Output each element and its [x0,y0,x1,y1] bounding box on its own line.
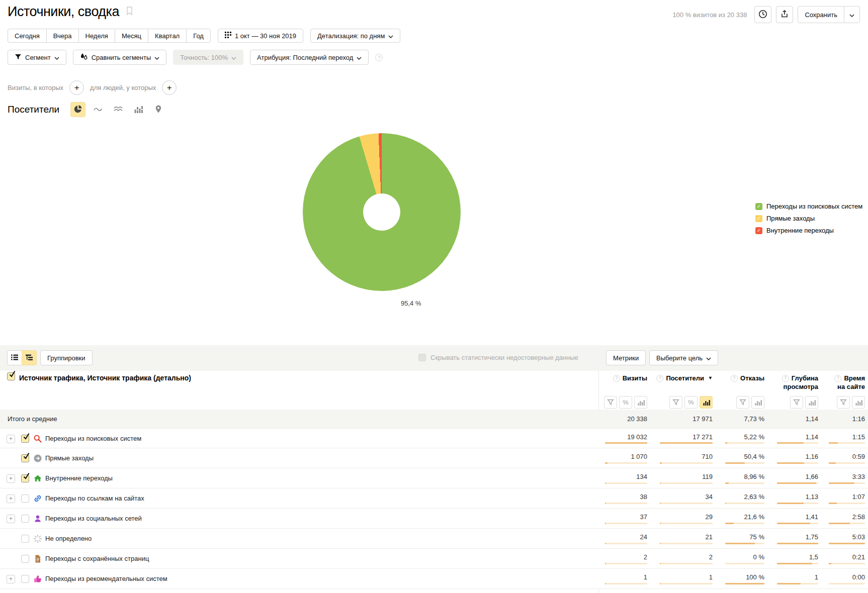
period-button-1[interactable]: Сегодня [8,29,47,43]
bars-mode-button[interactable] [805,396,818,409]
period-button-2[interactable]: Вчера [46,29,79,43]
save-button[interactable]: Сохранить [798,6,844,23]
cell-bar [777,462,818,464]
compare-segments-dropdown[interactable]: Сравнить сегменты [73,50,167,65]
add-visit-condition-button[interactable]: + [69,80,84,95]
row-checkbox[interactable] [21,535,29,543]
chevron-down-icon [388,32,393,40]
bars-mode-button[interactable] [852,396,865,409]
percent-mode-button[interactable]: % [619,396,632,409]
row-label[interactable]: Переходы из социальных сетей [45,509,142,529]
accuracy-dropdown[interactable]: Точность: 100% [173,50,243,65]
row-checkbox[interactable] [21,575,29,583]
history-clock-button[interactable] [754,6,771,23]
legend-checkbox-icon[interactable]: ✓ [755,203,762,210]
hide-unreliable-checkbox[interactable] [418,354,426,361]
column-header-5[interactable]: ?Времяна сайте [834,374,865,391]
map-pin-button[interactable] [151,102,166,117]
detail-dropdown[interactable]: Детализация: по дням [310,29,400,43]
period-button-6[interactable]: Год [186,29,211,43]
cell-bar [660,523,713,524]
filter-funnel-button[interactable] [736,396,749,409]
groupings-button[interactable]: Группировки [40,350,93,365]
row-label[interactable]: Переходы по ссылкам на сайтах [45,488,144,509]
legend-item[interactable]: ✓Внутренние переходы [755,227,862,234]
legend-checkbox-icon[interactable]: ✓ [755,215,762,222]
table-row[interactable]: +Переходы из поисковых систем19 03217 27… [0,428,868,448]
attribution-dropdown[interactable]: Атрибуция: Последний переход [250,50,369,65]
row-checkbox[interactable] [21,555,29,563]
bookmark-icon[interactable] [125,6,134,18]
table-row[interactable]: Прямые заходы1 07071050,4 %1,160:59 [0,448,868,468]
table-row[interactable]: +Переходы по ссылкам на сайтах38342,63 %… [0,488,868,509]
expand-row-button[interactable]: + [7,575,15,583]
legend-item[interactable]: ✓Прямые заходы [755,215,862,222]
row-checkbox[interactable] [21,515,29,523]
row-label[interactable]: Переходы с сохранённых страниц [45,549,149,569]
row-checkbox[interactable] [21,435,29,443]
select-all-checkbox[interactable] [7,372,15,380]
cell-bar-fill [777,482,816,484]
bars-mode-button[interactable] [700,396,713,409]
choose-goal-dropdown[interactable]: Выберите цель [649,350,718,365]
add-user-condition-button[interactable]: + [162,80,177,95]
row-checkbox[interactable] [21,474,29,482]
period-button-3[interactable]: Неделя [78,29,115,43]
filter-funnel-button[interactable] [790,396,803,409]
filter-funnel-button[interactable] [604,396,617,409]
row-label[interactable]: Внутренние переходы [45,468,113,488]
column-header-4[interactable]: ?Глубинапросмотра [782,374,818,391]
cell-bar [829,563,865,564]
help-icon[interactable]: ? [782,375,789,382]
line-chart-button[interactable] [91,102,106,117]
legend-item[interactable]: ✓Переходы из поисковых систем [755,203,862,210]
help-icon[interactable]: ? [834,375,841,382]
expand-row-button[interactable]: + [7,474,15,483]
filter-funnel-button[interactable] [669,396,682,409]
row-label[interactable]: Прямые заходы [45,448,94,468]
row-label[interactable]: Переходы из поисковых систем [45,429,141,449]
segment-dropdown[interactable]: Сегмент [8,50,66,65]
metrics-button[interactable]: Метрики [606,350,646,365]
column-header-3[interactable]: ?Отказы [731,374,764,382]
bars-mode-button[interactable] [634,396,647,409]
date-range-button[interactable]: 1 окт — 30 ноя 2019 [218,29,303,43]
cell-bar-fill [725,543,755,544]
row-checkbox[interactable] [21,495,29,503]
pie-chart-button[interactable] [70,102,85,117]
period-button-4[interactable]: Месяц [115,29,148,43]
help-icon[interactable]: ? [656,375,663,382]
table-row[interactable]: Не определено242175 %1,755:03 [0,529,868,549]
row-checkbox[interactable] [21,454,29,462]
saved-page-icon [33,554,42,563]
export-button[interactable] [776,6,793,23]
bars-mode-button[interactable] [751,396,764,409]
table-row[interactable]: +Переходы из социальных сетей372921,6 %1… [0,509,868,529]
help-icon[interactable]: ? [375,54,383,61]
bar-chart-button[interactable] [131,102,146,117]
table-row[interactable]: Переходы с сохранённых страниц220 %1,50:… [0,549,868,569]
expand-row-button[interactable]: + [7,515,15,523]
expand-row-button[interactable]: + [7,435,15,443]
percent-mode-button[interactable]: % [684,396,698,409]
legend-checkbox-icon[interactable]: ✓ [755,227,762,234]
cell-bar-fill [829,543,865,544]
help-icon[interactable]: ? [613,375,620,382]
filter-funnel-button[interactable] [837,396,850,409]
table-row[interactable]: +Внутренние переходы1341198,96 %1,663:33 [0,468,868,488]
period-button-5[interactable]: Квартал [148,29,187,43]
row-label[interactable]: Переходы из рекомендательных систем [45,569,167,589]
table-row[interactable]: +Переходы из рекомендательных систем1110… [0,569,868,589]
row-label[interactable]: Не определено [45,529,92,549]
save-menu-button[interactable] [844,6,860,23]
column-header-2[interactable]: ?Посетители▼ [656,374,713,382]
area-chart-button[interactable] [111,102,126,117]
column-header-1[interactable]: ?Визиты [613,374,647,382]
dimension-header[interactable]: Источник трафика, Источник трафика (дета… [19,374,191,382]
help-icon[interactable]: ? [731,375,738,382]
legend-label: Внутренние переходы [766,227,834,234]
list-view-button[interactable] [7,350,22,365]
tree-view-button[interactable] [22,350,37,365]
donut-chart[interactable] [303,133,461,291]
expand-row-button[interactable]: + [7,495,15,503]
